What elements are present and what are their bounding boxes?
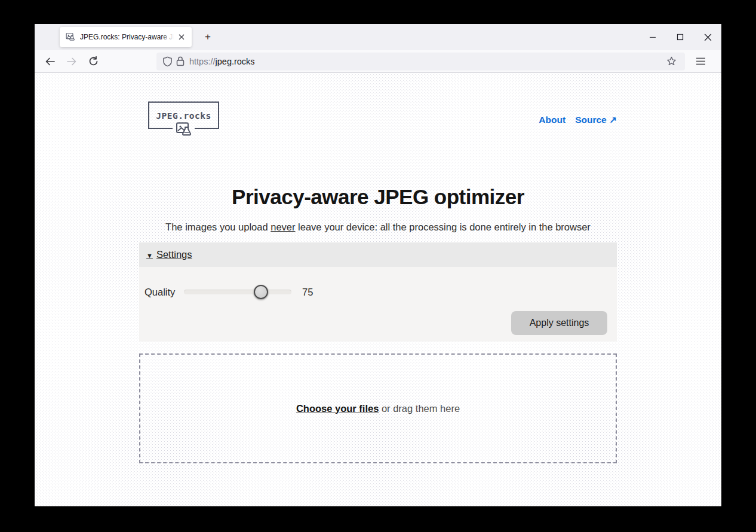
slider-track[interactable] — [184, 290, 291, 294]
settings-panel: ▼Settings Quality 75 Apply settings — [139, 242, 617, 342]
url-text[interactable]: https://jpeg.rocks — [189, 57, 663, 66]
forward-icon[interactable] — [62, 53, 81, 70]
source-link[interactable]: Source ↗ — [575, 115, 617, 125]
slider-thumb[interactable] — [254, 285, 268, 299]
disclosure-triangle-icon: ▼ — [146, 252, 153, 259]
tab-title: JPEG.rocks: Privacy-aware JPEG — [80, 33, 174, 41]
tab-strip: JPEG.rocks: Privacy-aware JPEG + — [35, 24, 721, 50]
window-controls — [639, 24, 721, 50]
quality-row: Quality 75 — [145, 285, 313, 299]
quality-slider[interactable] — [184, 285, 291, 299]
site-favicon-icon — [66, 32, 75, 42]
apply-settings-button[interactable]: Apply settings — [511, 311, 607, 335]
logo-border-segment — [148, 128, 173, 129]
dropzone-text: Choose your files or drag them here — [296, 403, 460, 414]
quality-value: 75 — [302, 287, 313, 298]
new-tab-button[interactable]: + — [200, 29, 216, 45]
page-content: JPEG.rocks About — [35, 73, 721, 506]
bookmark-star-icon[interactable] — [663, 54, 679, 69]
settings-toggle-label: Settings — [156, 249, 192, 260]
tab-close-icon[interactable] — [176, 32, 187, 42]
choose-files-link[interactable]: Choose your files — [296, 403, 379, 414]
close-icon[interactable] — [694, 24, 721, 50]
tagline-never-emphasis: never — [271, 222, 295, 232]
tracking-shield-icon[interactable] — [162, 56, 173, 67]
browser-window: JPEG.rocks: Privacy-aware JPEG + — [35, 24, 721, 506]
about-link[interactable]: About — [539, 115, 566, 125]
reload-icon[interactable] — [84, 53, 103, 70]
maximize-icon[interactable] — [666, 24, 694, 50]
settings-body: Quality 75 Apply settings — [139, 267, 617, 342]
page-tagline: The images you upload never leave your d… — [139, 222, 617, 233]
logo-text: JPEG.rocks — [156, 111, 211, 121]
site-logo[interactable]: JPEG.rocks — [148, 102, 219, 129]
lock-icon[interactable] — [176, 56, 185, 66]
tab-jpeg-rocks[interactable]: JPEG.rocks: Privacy-aware JPEG — [60, 27, 192, 47]
back-icon[interactable] — [41, 53, 60, 70]
browser-toolbar: https://jpeg.rocks — [35, 50, 721, 73]
minimize-icon[interactable] — [639, 24, 666, 50]
page-title: Privacy-aware JPEG optimizer — [139, 185, 617, 209]
url-bar[interactable]: https://jpeg.rocks — [156, 53, 685, 70]
quality-label: Quality — [145, 287, 184, 298]
top-nav: About Source ↗ — [539, 115, 617, 125]
hamburger-menu-icon[interactable] — [691, 53, 710, 70]
file-dropzone[interactable]: Choose your files or drag them here — [139, 353, 617, 463]
logo-border-segment — [195, 128, 219, 129]
settings-toggle[interactable]: ▼Settings — [139, 242, 617, 267]
logo-flask-image-icon — [176, 122, 192, 137]
external-link-arrow-icon: ↗ — [609, 115, 617, 125]
